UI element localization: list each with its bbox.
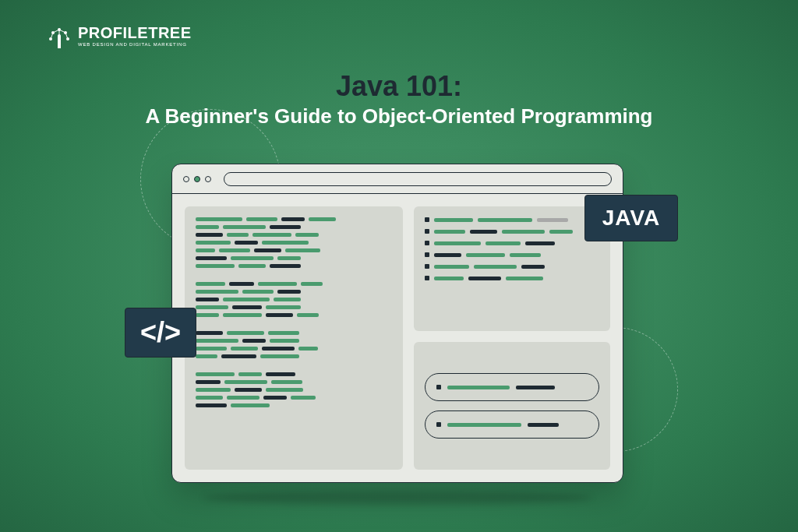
code-panel-top-right bbox=[414, 206, 610, 331]
code-badge: </> bbox=[125, 308, 196, 358]
svg-line-7 bbox=[59, 30, 65, 33]
window-dot bbox=[205, 176, 211, 182]
url-bar bbox=[224, 172, 612, 186]
window-dot bbox=[183, 176, 189, 182]
java-badge: JAVA bbox=[584, 195, 678, 241]
svg-line-6 bbox=[53, 30, 59, 33]
logo: PROFILETREE WEB DESIGN AND DIGITAL MARKE… bbox=[47, 22, 192, 50]
code-panel-left bbox=[185, 206, 403, 470]
shadow bbox=[203, 491, 592, 505]
logo-text-main: PROFILETREE bbox=[78, 25, 192, 41]
logo-text-sub: WEB DESIGN AND DIGITAL MARKETING bbox=[78, 42, 192, 47]
svg-rect-11 bbox=[58, 36, 61, 48]
browser-bar bbox=[172, 164, 623, 194]
heading-title: Java 101: bbox=[0, 70, 798, 103]
code-panel-bottom-right bbox=[414, 342, 610, 470]
tree-icon bbox=[47, 22, 72, 50]
heading-subtitle: A Beginner's Guide to Object-Oriented Pr… bbox=[0, 104, 798, 129]
browser-window bbox=[171, 164, 623, 483]
window-dot bbox=[194, 176, 200, 182]
heading: Java 101: A Beginner's Guide to Object-O… bbox=[0, 70, 798, 129]
